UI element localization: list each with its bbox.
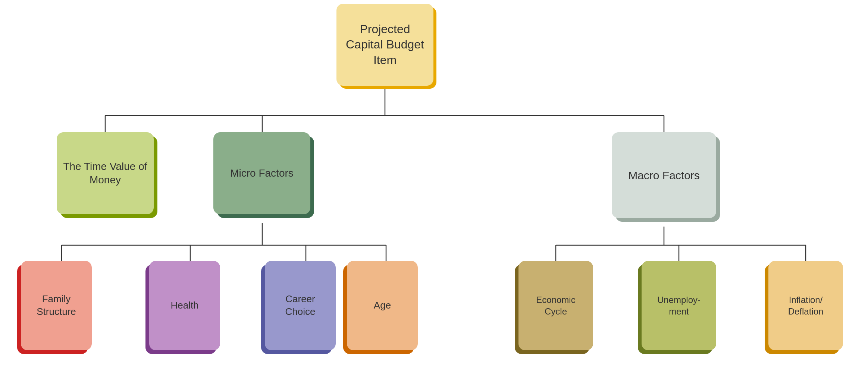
ec-card-front: Economic Cycle xyxy=(518,261,593,350)
diagram: Projected Capital Budget Item The Time V… xyxy=(0,0,868,376)
cc-card-front: Career Choice xyxy=(265,261,336,350)
inflation-deflation-node: Inflation/ Deflation xyxy=(765,261,847,358)
un-label: Unemploy-ment xyxy=(648,294,710,317)
macro-label: Macro Factors xyxy=(628,168,700,183)
ec-label: Economic Cycle xyxy=(524,294,587,317)
economic-cycle-node: Economic Cycle xyxy=(515,261,597,358)
macro-factors-node: Macro Factors xyxy=(612,132,724,225)
root-node: Projected Capital Budget Item xyxy=(336,4,437,89)
h-label: Health xyxy=(170,299,198,312)
age-card-front: Age xyxy=(347,261,418,350)
fs-card-front: Family Structure xyxy=(21,261,92,350)
id-label: Inflation/ Deflation xyxy=(774,294,837,317)
family-structure-node: Family Structure xyxy=(17,261,95,358)
root-label: Projected Capital Budget Item xyxy=(342,22,427,68)
mf-label: Micro Factors xyxy=(230,167,294,180)
un-card-front: Unemploy-ment xyxy=(642,261,716,350)
age-node: Age xyxy=(343,261,422,358)
fs-label: Family Structure xyxy=(27,293,86,318)
tv-label: The Time Value of Money xyxy=(63,160,148,187)
macro-card-front: Macro Factors xyxy=(612,132,716,218)
mf-card-front: Micro Factors xyxy=(213,132,310,214)
id-card-front: Inflation/ Deflation xyxy=(768,261,843,350)
micro-factors-node: Micro Factors xyxy=(213,132,318,222)
health-node: Health xyxy=(145,261,224,358)
age-label: Age xyxy=(374,299,391,312)
tv-card-front: The Time Value of Money xyxy=(57,132,154,214)
h-card-front: Health xyxy=(149,261,220,350)
cc-label: Career Choice xyxy=(271,293,330,318)
career-choice-node: Career Choice xyxy=(261,261,339,358)
root-card-front: Projected Capital Budget Item xyxy=(336,4,433,86)
time-value-node: The Time Value of Money xyxy=(57,132,161,222)
unemployment-node: Unemploy-ment xyxy=(638,261,720,358)
